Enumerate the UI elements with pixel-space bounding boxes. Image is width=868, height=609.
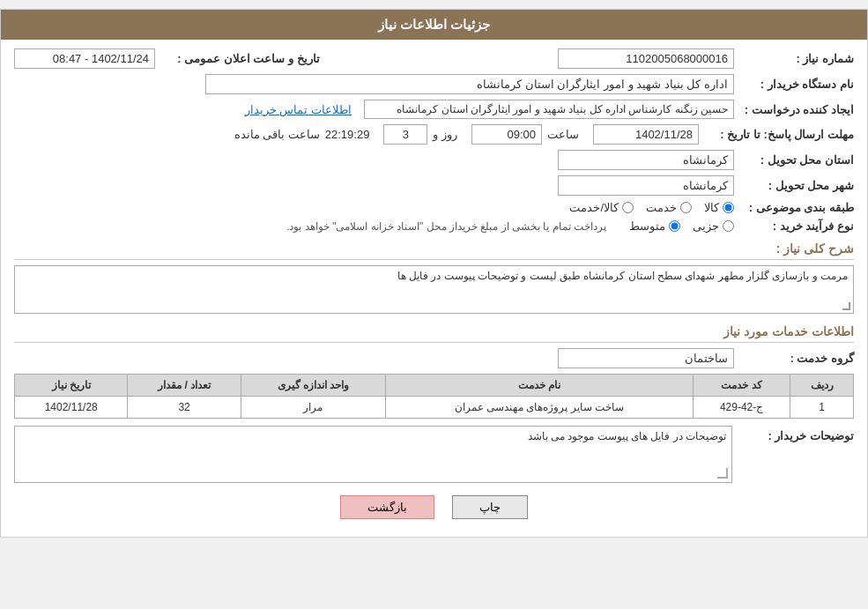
service-group-row: گروه خدمت : ساختمان bbox=[14, 348, 854, 368]
col-service-name: نام خدمت bbox=[386, 375, 694, 397]
service-group-value: ساختمان bbox=[558, 348, 734, 368]
content-area: شماره نیاز : 1102005068000016 تاریخ و سا… bbox=[1, 40, 867, 537]
radio-jozei-label: جزیی bbox=[693, 219, 719, 233]
province-value: کرمانشاه bbox=[558, 150, 734, 170]
radio-khadamat[interactable]: خدمت bbox=[646, 201, 692, 214]
buyer-notes-value: توضیحات در فایل های پیوست موجود می باشد bbox=[20, 430, 726, 442]
category-radio-group: کالا خدمت کالا/خدمت bbox=[569, 201, 734, 214]
city-value: کرمانشاه bbox=[558, 175, 734, 196]
city-label: شهر محل تحویل : bbox=[739, 179, 854, 192]
buyer-notes-label: توضیحات خریدار : bbox=[739, 426, 854, 442]
send-time-label: ساعت bbox=[547, 128, 579, 141]
category-label: طبقه بندی موضوعی : bbox=[739, 201, 854, 214]
radio-motavaset[interactable]: متوسط bbox=[629, 219, 680, 233]
print-button[interactable]: چاپ bbox=[452, 495, 528, 519]
announce-value: 1402/11/24 - 08:47 bbox=[14, 48, 155, 69]
buyer-org-row: نام دستگاه خریدار : اداره کل بنیاد شهید … bbox=[14, 74, 854, 94]
creator-row: ایجاد کننده درخواست : حسین زنگنه کارشناس… bbox=[14, 100, 854, 119]
category-row: طبقه بندی موضوعی : کالا خدمت کالا/خدمت bbox=[14, 201, 854, 214]
radio-khadamat-input[interactable] bbox=[680, 202, 692, 213]
page-title: جزئیات اطلاعات نیاز bbox=[378, 17, 490, 32]
table-header: ردیف کد خدمت نام خدمت واحد اندازه گیری ت… bbox=[15, 375, 854, 397]
services-table: ردیف کد خدمت نام خدمت واحد اندازه گیری ت… bbox=[14, 374, 854, 419]
purchase-type-radio-group: جزیی متوسط bbox=[629, 219, 734, 233]
col-service-code: کد خدمت bbox=[693, 375, 790, 397]
page-wrapper: جزئیات اطلاعات نیاز شماره نیاز : 1102005… bbox=[0, 9, 868, 538]
general-desc-container: مرمت و بازسازی گلزار مطهر شهدای سطح استا… bbox=[14, 265, 854, 314]
send-date-label: مهلت ارسال پاسخ: تا تاریخ : bbox=[704, 128, 854, 141]
radio-kala-khadamat-label: کالا/خدمت bbox=[569, 201, 619, 214]
creator-value: حسین زنگنه کارشناس اداره کل بنیاد شهید و… bbox=[364, 100, 734, 119]
footer-buttons: چاپ بازگشت bbox=[14, 495, 854, 519]
days-value: 3 bbox=[383, 124, 427, 145]
col-unit: واحد اندازه گیری bbox=[241, 375, 385, 397]
send-time-value: 09:00 bbox=[471, 124, 542, 145]
table-row: 1ج-42-429ساخت سایر پروژه‌های مهندسی عمرا… bbox=[15, 397, 854, 419]
days-label: روز و bbox=[433, 128, 457, 141]
general-desc-value: مرمت و بازسازی گلزار مطهر شهدای سطح استا… bbox=[14, 265, 854, 314]
radio-kala-khadamat-input[interactable] bbox=[622, 202, 634, 213]
contact-link[interactable]: اطلاعات تماس خریدار bbox=[245, 103, 352, 116]
purchase-type-label: نوع فرآیند خرید : bbox=[739, 219, 854, 233]
need-number-value: 1102005068000016 bbox=[558, 48, 734, 69]
service-group-label: گروه خدمت : bbox=[739, 352, 854, 365]
creator-label: ایجاد کننده درخواست : bbox=[739, 103, 854, 116]
radio-kala[interactable]: کالا bbox=[704, 201, 734, 214]
page-header: جزئیات اطلاعات نیاز bbox=[1, 10, 867, 40]
cell-0: 1 bbox=[790, 397, 854, 419]
radio-motavaset-label: متوسط bbox=[629, 219, 665, 233]
buyer-org-value: اداره کل بنیاد شهید و امور ایثارگران است… bbox=[205, 74, 734, 94]
cell-2: ساخت سایر پروژه‌های مهندسی عمران bbox=[386, 397, 694, 419]
radio-kala-khadamat[interactable]: کالا/خدمت bbox=[569, 201, 634, 214]
col-date: تاریخ نیاز bbox=[15, 375, 128, 397]
radio-motavaset-input[interactable] bbox=[669, 220, 680, 232]
province-row: استان محل تحویل : کرمانشاه bbox=[14, 150, 854, 170]
need-number-label: شماره نیاز : bbox=[739, 52, 854, 65]
table-body: 1ج-42-429ساخت سایر پروژه‌های مهندسی عمرا… bbox=[15, 397, 854, 419]
cell-5: 1402/11/28 bbox=[15, 397, 128, 419]
radio-kala-input[interactable] bbox=[723, 202, 734, 213]
general-desc-title: شرح کلی نیاز : bbox=[14, 241, 854, 260]
send-date-row: مهلت ارسال پاسخ: تا تاریخ : 1402/11/28 س… bbox=[14, 124, 854, 145]
cell-4: 32 bbox=[128, 397, 241, 419]
remaining-label: ساعت باقی مانده bbox=[234, 128, 320, 141]
purchase-note: پرداخت تمام یا بخشی از مبلغ خریداز محل "… bbox=[286, 220, 606, 233]
col-quantity: تعداد / مقدار bbox=[128, 375, 241, 397]
radio-khadamat-label: خدمت bbox=[646, 201, 677, 214]
send-date-value: 1402/11/28 bbox=[593, 124, 699, 145]
purchase-type-row: نوع فرآیند خرید : جزیی متوسط پرداخت تمام… bbox=[14, 219, 854, 233]
announce-label: تاریخ و ساعت اعلان عمومی : bbox=[160, 52, 337, 65]
col-row-num: ردیف bbox=[790, 375, 854, 397]
buyer-notes-row: توضیحات خریدار : توضیحات در فایل های پیو… bbox=[14, 426, 854, 483]
top-row: شماره نیاز : 1102005068000016 تاریخ و سا… bbox=[14, 48, 854, 69]
remaining-value: 22:19:29 bbox=[325, 128, 370, 141]
buyer-org-label: نام دستگاه خریدار : bbox=[739, 78, 854, 91]
cell-3: مرار bbox=[241, 397, 385, 419]
city-row: شهر محل تحویل : کرمانشاه bbox=[14, 175, 854, 196]
buyer-notes-box: توضیحات در فایل های پیوست موجود می باشد bbox=[14, 426, 732, 483]
services-info-title: اطلاعات خدمات مورد نیاز bbox=[14, 324, 854, 343]
back-button[interactable]: بازگشت bbox=[340, 495, 434, 519]
radio-kala-label: کالا bbox=[704, 201, 719, 214]
province-label: استان محل تحویل : bbox=[739, 153, 854, 167]
radio-jozei-input[interactable] bbox=[723, 220, 734, 232]
cell-1: ج-42-429 bbox=[693, 397, 790, 419]
radio-jozei[interactable]: جزیی bbox=[693, 219, 734, 233]
